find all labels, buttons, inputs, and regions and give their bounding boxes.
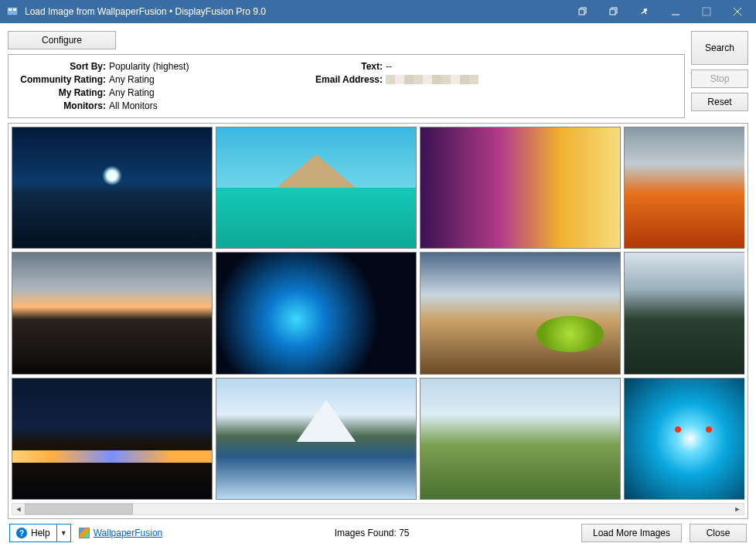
thumbnail[interactable] [624, 378, 744, 500]
footer: ? Help ▼ WallpaperFusion Images Found: 7… [8, 524, 748, 542]
my-rating-value: Any Rating [109, 87, 155, 98]
svg-rect-4 [579, 9, 584, 15]
sort-by-label: Sort By: [19, 61, 106, 72]
wallpaperfusion-link-group: WallpaperFusion [79, 528, 163, 538]
community-rating-value: Any Rating [109, 74, 155, 85]
search-button[interactable]: Search [691, 31, 748, 65]
thumbnail[interactable] [216, 378, 417, 500]
thumbnail[interactable] [12, 127, 213, 249]
image-grid [12, 127, 744, 500]
thumbnail[interactable] [12, 252, 213, 374]
help-icon: ? [16, 528, 27, 538]
reset-button[interactable]: Reset [691, 93, 748, 111]
thumbnail[interactable] [12, 378, 213, 500]
restore-icon-1[interactable] [567, 0, 598, 23]
filter-panel: Sort By:Popularity (highest) Community R… [8, 54, 685, 118]
scroll-left-icon[interactable]: ◄ [12, 504, 25, 514]
wallpaperfusion-link[interactable]: WallpaperFusion [94, 528, 163, 538]
scroll-right-icon[interactable]: ► [731, 504, 744, 514]
close-button[interactable]: Close [690, 524, 747, 542]
svg-rect-8 [703, 8, 710, 15]
svg-rect-1 [9, 8, 12, 11]
wallpaperfusion-icon [79, 528, 90, 538]
maximize-button[interactable] [691, 0, 722, 23]
thumbnail[interactable] [624, 127, 744, 249]
monitors-value: All Monitors [109, 100, 158, 111]
close-window-button[interactable] [722, 0, 753, 23]
svg-rect-6 [610, 9, 615, 15]
thumbnail[interactable] [216, 127, 417, 249]
svg-rect-0 [7, 7, 18, 15]
svg-rect-2 [13, 8, 16, 11]
thumbnail[interactable] [216, 252, 417, 374]
community-rating-label: Community Rating: [19, 74, 106, 85]
pin-icon[interactable] [629, 0, 660, 23]
sort-by-value: Popularity (highest) [109, 61, 189, 72]
titlebar: Load Image from WallpaperFusion • Displa… [0, 0, 756, 23]
text-filter-value: -- [386, 61, 392, 72]
email-value-redacted [386, 75, 478, 84]
thumbnail[interactable] [420, 378, 621, 500]
minimize-button[interactable] [660, 0, 691, 23]
thumbnail[interactable] [420, 252, 621, 374]
text-filter-label: Text: [313, 61, 383, 72]
monitors-label: Monitors: [19, 100, 106, 111]
help-button[interactable]: ? Help ▼ [9, 524, 71, 542]
app-icon [6, 5, 19, 18]
email-label: Email Address: [313, 74, 383, 85]
scroll-track[interactable] [25, 504, 731, 514]
stop-button: Stop [691, 70, 748, 88]
horizontal-scrollbar[interactable]: ◄ ► [12, 503, 744, 515]
thumbnail[interactable] [624, 252, 744, 374]
help-dropdown-caret[interactable]: ▼ [56, 525, 70, 542]
configure-button[interactable]: Configure [8, 31, 116, 49]
scroll-handle[interactable] [25, 504, 133, 514]
thumbnail[interactable] [420, 127, 621, 249]
window-title: Load Image from WallpaperFusion • Displa… [25, 6, 567, 17]
status-images-found: Images Found: 75 [335, 528, 410, 538]
restore-icon-2[interactable] [598, 0, 629, 23]
gallery-panel: ◄ ► [8, 123, 748, 519]
my-rating-label: My Rating: [19, 87, 106, 98]
help-label: Help [31, 528, 50, 538]
load-more-button[interactable]: Load More Images [581, 524, 682, 542]
